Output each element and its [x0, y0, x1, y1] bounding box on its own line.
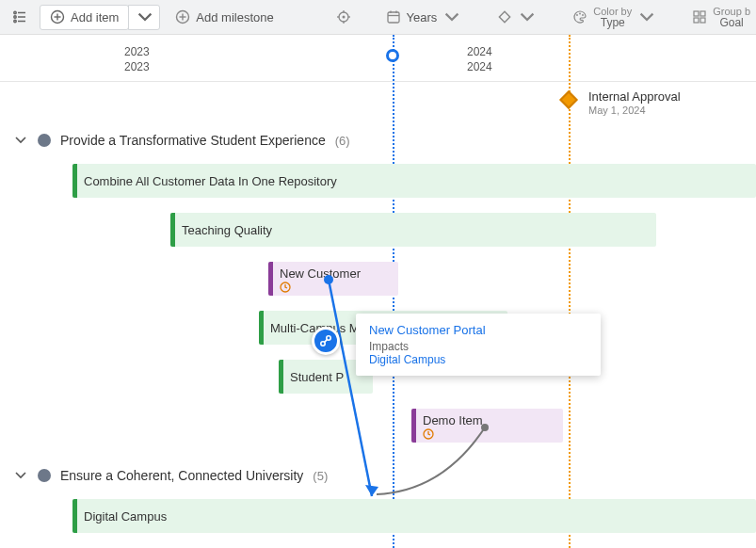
group-by-selector[interactable]: Group b Goal [683, 5, 750, 30]
shape-selector[interactable] [488, 5, 544, 30]
svg-point-0 [14, 11, 16, 13]
tooltip-target: Digital Campus [369, 353, 587, 366]
chevron-down-icon [639, 9, 654, 24]
add-item-label: Add item [71, 10, 119, 24]
svg-rect-28 [694, 18, 699, 23]
year-label-2024: 2024 2024 [467, 44, 492, 74]
tooltip-impacts: Impacts [369, 340, 587, 353]
timeline-bar[interactable]: New Customer [268, 262, 398, 296]
svg-point-4 [14, 20, 16, 22]
timeline-bar[interactable]: Digital Campus [72, 499, 756, 533]
add-item-button[interactable]: Add item [40, 5, 129, 30]
scale-selector[interactable]: Years [377, 5, 470, 30]
year-label-2023: 2023 2023 [124, 44, 150, 74]
color-by-labels: Color by Type [593, 6, 632, 28]
group-header[interactable]: Provide a Transformative Student Experie… [0, 120, 756, 161]
scale-label: Years [407, 10, 438, 24]
diamond-icon [497, 9, 512, 24]
group-dot-icon [38, 134, 51, 147]
milestone-diamond-icon[interactable] [559, 90, 578, 109]
chevron-down-icon [137, 9, 153, 24]
group-dot-icon [38, 469, 51, 482]
chevron-down-icon[interactable] [13, 468, 28, 483]
clock-icon [280, 282, 291, 293]
group-title: Ensure a Coherent, Connected University [60, 468, 303, 483]
milestone-label: Internal Approval May 1, 2024 [588, 89, 681, 118]
calendar-icon [386, 9, 401, 24]
chevron-down-icon [444, 9, 459, 24]
plus-icon [175, 9, 190, 24]
timeline-bar[interactable]: Demo Item [411, 409, 563, 443]
toolbar: Add item Add milestone Years Color by Ty… [0, 0, 756, 35]
bar-label: Digital Campus [84, 509, 167, 524]
svg-rect-18 [388, 12, 399, 23]
milestone-lane: Internal Approval May 1, 2024 [0, 82, 756, 120]
bar-label: New Customer [280, 266, 361, 281]
svg-point-23 [576, 14, 578, 16]
add-item-group: Add item [40, 5, 160, 30]
group-header[interactable]: Ensure a Coherent, Connected University … [0, 455, 756, 496]
plus-icon [50, 9, 65, 24]
palette-icon [572, 9, 587, 24]
color-by-selector[interactable]: Color by Type [563, 5, 664, 30]
svg-rect-29 [700, 18, 705, 23]
group-by-labels: Group b Goal [713, 6, 750, 28]
timeline-header: 2023 2023 2024 2024 [0, 35, 756, 82]
timeline-bar[interactable]: Combine All Customer Data In One Reposit… [72, 164, 756, 198]
svg-point-24 [579, 13, 581, 15]
svg-rect-22 [500, 11, 510, 22]
svg-point-13 [342, 16, 345, 19]
timeline-bar[interactable]: Teaching Quality [170, 213, 656, 247]
svg-point-35 [321, 342, 325, 346]
bar-label: Demo Item [423, 413, 483, 427]
target-icon[interactable] [330, 5, 358, 30]
svg-rect-26 [694, 11, 699, 16]
svg-point-2 [14, 16, 16, 18]
dependency-tooltip: New Customer Portal Impacts Digital Camp… [356, 314, 601, 376]
bar-label: Teaching Quality [182, 223, 272, 237]
clock-icon [423, 428, 434, 440]
add-milestone-label: Add milestone [196, 10, 273, 24]
svg-point-25 [582, 14, 584, 16]
timeline-body: Provide a Transformative Student Experie… [0, 120, 756, 538]
svg-line-37 [325, 340, 328, 343]
svg-point-36 [327, 336, 330, 340]
group-title: Provide a Transformative Student Experie… [60, 133, 326, 148]
tooltip-title: New Customer Portal [369, 323, 587, 337]
list-view-icon[interactable] [6, 5, 34, 30]
link-handle[interactable] [312, 327, 340, 355]
group-icon [692, 9, 707, 24]
add-item-dropdown[interactable] [128, 5, 160, 30]
today-marker-icon [386, 49, 399, 62]
chevron-down-icon[interactable] [13, 133, 28, 148]
add-milestone-button[interactable]: Add milestone [166, 5, 282, 30]
svg-rect-27 [700, 11, 705, 16]
milestone-line [569, 35, 571, 548]
group-count: (6) [335, 134, 350, 148]
bar-label: Student P [290, 370, 344, 384]
chevron-down-icon [520, 9, 535, 24]
group-count: (5) [313, 469, 328, 483]
bar-label: Combine All Customer Data In One Reposit… [84, 174, 337, 188]
